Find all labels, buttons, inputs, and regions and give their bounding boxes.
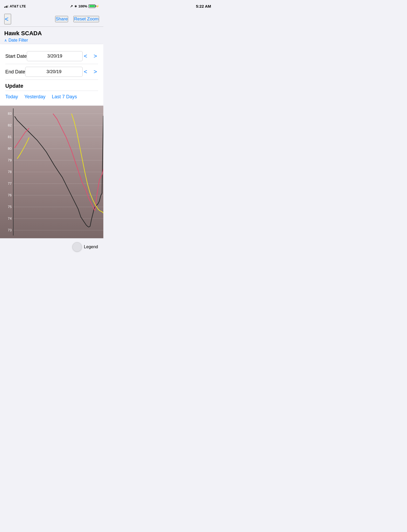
- carrier-label: AT&T: [10, 4, 19, 8]
- lightning-icon: ⚡: [96, 5, 99, 8]
- svg-text:74: 74: [8, 216, 12, 220]
- start-date-label: Start Date: [5, 54, 27, 59]
- end-date-nav: < >: [83, 67, 98, 76]
- status-right: ↗ ∗ 100% ⚡: [70, 4, 99, 8]
- reset-zoom-button[interactable]: Reset Zoom: [73, 16, 99, 22]
- start-date-row: Start Date < >: [5, 48, 98, 64]
- status-bar: AT&T LTE 5:22 AM ↗ ∗ 100% ⚡: [0, 0, 103, 12]
- yesterday-filter-button[interactable]: Yesterday: [24, 94, 45, 100]
- date-filter-label: Date Filter: [8, 38, 28, 43]
- svg-text:73: 73: [8, 228, 12, 232]
- status-left: AT&T LTE: [4, 4, 26, 8]
- svg-text:81: 81: [8, 135, 12, 139]
- signal-icon: [4, 5, 9, 8]
- update-label: Update: [5, 83, 23, 89]
- svg-text:76: 76: [8, 193, 12, 197]
- start-date-next-button[interactable]: >: [92, 52, 98, 61]
- battery-icon: ⚡: [89, 5, 99, 8]
- legend-label: Legend: [84, 245, 98, 249]
- chart-svg: 83 82 81 80 79 78 77 76 75 74 73: [0, 106, 103, 238]
- update-row: Update: [5, 80, 98, 91]
- start-date-input[interactable]: [27, 51, 83, 61]
- chevron-up-icon: ∧: [4, 38, 7, 42]
- end-date-prev-button[interactable]: <: [83, 67, 88, 76]
- legend-circle-icon: [72, 242, 82, 252]
- start-date-prev-button[interactable]: <: [83, 52, 88, 61]
- end-date-next-button[interactable]: >: [92, 67, 98, 76]
- bottom-bar: Legend: [0, 238, 103, 255]
- end-date-label: End Date: [5, 69, 25, 75]
- last-7-days-filter-button[interactable]: Last 7 Days: [52, 94, 77, 100]
- nav-bar: < Share Reset Zoom: [0, 12, 103, 27]
- today-filter-button[interactable]: Today: [5, 94, 18, 100]
- svg-text:75: 75: [8, 205, 12, 209]
- svg-text:79: 79: [8, 158, 12, 162]
- svg-text:77: 77: [8, 181, 12, 185]
- location-icon: ↗: [70, 4, 73, 8]
- back-button[interactable]: <: [4, 14, 11, 24]
- date-filter-panel: Start Date < > End Date < > Update Today…: [0, 44, 103, 106]
- svg-text:82: 82: [8, 123, 12, 127]
- svg-text:80: 80: [8, 147, 12, 150]
- page-title: Hawk SCADA: [4, 30, 99, 37]
- end-date-row: End Date < >: [5, 64, 98, 80]
- nav-actions: Share Reset Zoom: [55, 16, 99, 22]
- date-filter-toggle[interactable]: ∧ Date Filter: [4, 38, 99, 43]
- legend-toggle[interactable]: Legend: [72, 242, 98, 252]
- end-date-input[interactable]: [25, 67, 83, 77]
- start-date-nav: < >: [83, 52, 98, 61]
- quick-filters: Today Yesterday Last 7 Days: [5, 91, 98, 101]
- chart-area: 83 82 81 80 79 78 77 76 75 74 73: [0, 106, 103, 238]
- share-button[interactable]: Share: [55, 16, 68, 22]
- svg-text:83: 83: [8, 112, 12, 116]
- battery-percent: 100%: [78, 4, 87, 8]
- bluetooth-icon: ∗: [74, 4, 77, 8]
- svg-text:78: 78: [8, 170, 12, 174]
- page-header: Hawk SCADA ∧ Date Filter: [0, 27, 103, 44]
- network-label: LTE: [20, 4, 26, 8]
